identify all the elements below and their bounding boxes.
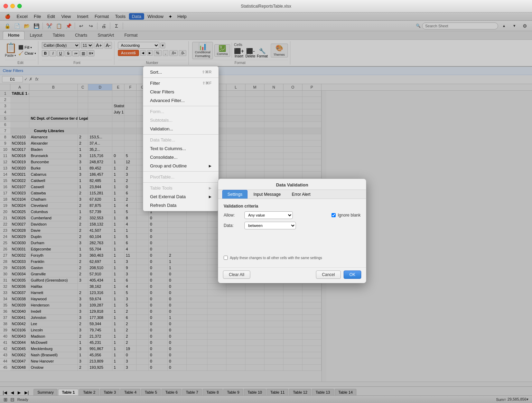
- subtotals-label: Subtotals...: [150, 118, 172, 123]
- apply-note: Apply these changes to all other cells w…: [230, 256, 322, 260]
- refresh-label: Refresh Data: [150, 203, 177, 208]
- menu-filter[interactable]: Filter ⇧⌘F: [143, 79, 218, 88]
- menu-form: Form...: [143, 107, 218, 116]
- form-label: Form...: [150, 109, 164, 114]
- allow-select[interactable]: Any value Whole number Decimal List Date…: [244, 211, 293, 219]
- get-external-label: Get External Data: [150, 194, 186, 199]
- clear-filters-label: Clear Filters: [150, 89, 174, 94]
- title-bar: StatisticalReportsTable.xlsx: [0, 0, 532, 12]
- dialog-title: Data Validation: [218, 179, 366, 190]
- menu-group-outline[interactable]: Group and Outline ▶: [143, 162, 218, 170]
- dialog-spacer: [224, 232, 361, 253]
- group-outline-label: Group and Outline: [150, 163, 187, 168]
- sep-after-sort: [143, 77, 218, 78]
- data-table-label: Data Table...: [150, 137, 175, 143]
- dialog-tab-input[interactable]: Input Message: [248, 190, 286, 199]
- advanced-filter-label: Advanced Filter...: [150, 98, 185, 103]
- data-label: Data:: [224, 223, 241, 228]
- minimize-button[interactable]: [10, 4, 15, 8]
- allow-row: Allow: Any value Whole number Decimal Li…: [224, 211, 361, 219]
- data-row: Data: between not between equal to not e…: [224, 222, 361, 229]
- clear-all-btn[interactable]: Clear All: [223, 271, 250, 279]
- dialog-action-btns: Cancel OK: [316, 271, 361, 279]
- menu-text-to-columns[interactable]: Text to Columns...: [143, 144, 218, 153]
- menu-validation[interactable]: Validation...: [143, 125, 218, 133]
- menu-data-table: Data Table...: [143, 136, 218, 144]
- group-outline-arrow: ▶: [209, 164, 212, 168]
- cancel-btn[interactable]: Cancel: [316, 271, 340, 279]
- menu-pivot: PivotTable...: [143, 173, 218, 181]
- maximize-button[interactable]: [17, 4, 22, 8]
- data-select[interactable]: between not between equal to not equal t…: [244, 222, 296, 229]
- menu-subtotals: Subtotals...: [143, 116, 218, 125]
- sort-shortcut: ⇧⌘R: [202, 70, 212, 74]
- close-button[interactable]: [3, 4, 8, 8]
- get-external-arrow: ▶: [209, 195, 212, 199]
- apply-all-checkbox[interactable]: [224, 256, 228, 260]
- table-tools-label: Table Tools: [150, 185, 172, 191]
- window-title: StatisticalReportsTable.xlsx: [241, 4, 291, 9]
- sort-label: Sort...: [150, 70, 162, 75]
- menu-consolidate[interactable]: Consolidate...: [143, 153, 218, 162]
- table-tools-arrow: ▶: [209, 186, 212, 190]
- ok-btn[interactable]: OK: [344, 271, 361, 279]
- menu-advanced-filter[interactable]: Advanced Filter...: [143, 96, 218, 105]
- allow-label: Allow:: [224, 213, 241, 218]
- ignore-blank-label: Ignore blank: [338, 213, 361, 218]
- dialog-tab-error[interactable]: Error Alert: [287, 190, 316, 199]
- dialog-body: Validation criteria Allow: Any value Who…: [218, 199, 366, 265]
- menu-clear-filters[interactable]: Clear Filters: [143, 88, 218, 96]
- dialog-tab-settings[interactable]: Settings: [222, 190, 248, 199]
- sep1: [143, 106, 218, 106]
- menu-refresh[interactable]: Refresh Data: [143, 201, 218, 210]
- pivot-label: PivotTable...: [150, 174, 175, 180]
- text-to-columns-label: Text to Columns...: [150, 146, 186, 151]
- sep4: [143, 182, 218, 183]
- data-dropdown-menu: Sort... ⇧⌘R Filter ⇧⌘F Clear Filters Adv…: [143, 66, 219, 211]
- apply-note-row: Apply these changes to all other cells w…: [224, 256, 361, 260]
- ignore-blank-checkbox[interactable]: [332, 213, 336, 217]
- menu-sort[interactable]: Sort... ⇧⌘R: [143, 68, 218, 76]
- filter-shortcut: ⇧⌘F: [202, 81, 212, 85]
- traffic-lights: [3, 4, 22, 8]
- menu-get-external[interactable]: Get External Data ▶: [143, 192, 218, 201]
- consolidate-label: Consolidate...: [150, 155, 178, 160]
- data-validation-dialog: Data Validation Settings Input Message E…: [218, 178, 366, 283]
- ignore-blank-row: Ignore blank: [332, 213, 361, 218]
- sep3: [143, 171, 218, 172]
- validation-criteria-label: Validation criteria: [224, 204, 361, 209]
- sep2: [143, 134, 218, 135]
- menu-table-tools: Table Tools ▶: [143, 184, 218, 192]
- filter-label: Filter: [150, 81, 160, 86]
- dialog-footer: Clear All Cancel OK: [218, 267, 366, 283]
- validation-label: Validation...: [150, 126, 173, 131]
- dialog-tabs: Settings Input Message Error Alert: [218, 190, 366, 199]
